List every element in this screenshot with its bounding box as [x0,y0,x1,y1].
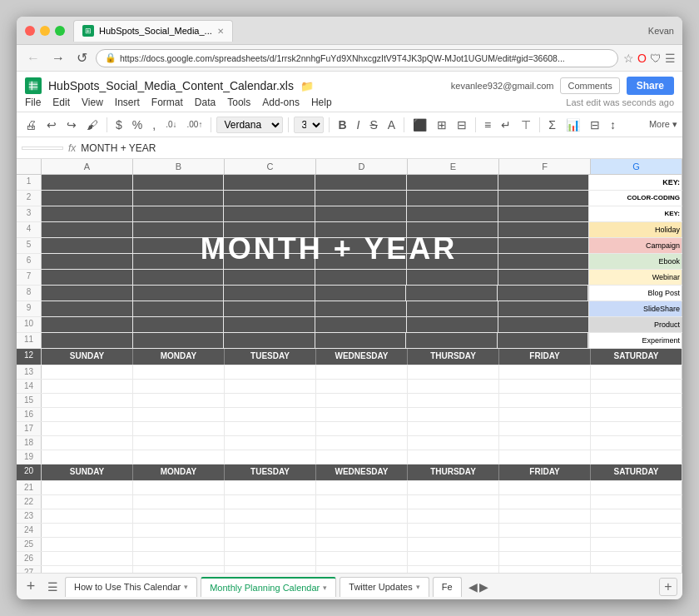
font-size-selector[interactable]: 36 [294,117,324,133]
cell-d5[interactable] [315,238,407,253]
cell-f26[interactable] [499,552,591,565]
cell-b1[interactable] [133,175,225,190]
cell-c26[interactable] [225,552,316,565]
cell-a11[interactable] [42,333,133,348]
close-button[interactable] [25,26,35,36]
star-icon[interactable]: ☆ [623,52,634,65]
highlight-button[interactable]: ⬛ [409,117,430,133]
cell-e18[interactable] [408,436,499,450]
cell-a16[interactable] [42,408,133,421]
cell-b18[interactable] [133,436,225,450]
chart-button[interactable]: 📊 [563,117,583,133]
cell-e11[interactable] [406,333,498,348]
cell-c17[interactable] [225,422,316,435]
cell-g27[interactable] [591,566,682,573]
cell-b9[interactable] [133,301,225,316]
cell-a4[interactable] [42,222,133,237]
cell-e2[interactable] [407,191,498,206]
cell-d9[interactable] [315,301,407,316]
cell-e10[interactable] [407,317,498,332]
currency-button[interactable]: $ [112,117,126,133]
italic-button[interactable]: I [354,117,364,133]
cell-f10[interactable] [498,317,590,332]
cell-e7[interactable] [407,270,498,285]
sheet-tab-twitter[interactable]: Twitter Updates ▾ [340,577,429,597]
cell-a23[interactable] [42,509,133,523]
cell-a5[interactable] [42,238,133,253]
cell-b4[interactable] [133,222,225,237]
menu-help[interactable]: Help [311,97,332,108]
cell-g25[interactable] [591,538,682,551]
cell-f22[interactable] [499,495,591,509]
cell-g19[interactable] [591,450,682,464]
share-button[interactable]: Share [627,77,674,95]
paint-button[interactable]: 🖌 [83,117,102,133]
cell-e13[interactable] [408,365,499,379]
sort-button[interactable]: ↕ [607,117,619,133]
cell-b15[interactable] [133,394,225,407]
cell-e15[interactable] [408,394,499,407]
cell-e4[interactable] [407,222,498,237]
cell-e26[interactable] [408,552,499,565]
align-v-button[interactable]: ⊤ [518,117,534,133]
cell-c24[interactable] [225,524,316,537]
cell-b10[interactable] [133,317,225,332]
decimal-dec-button[interactable]: .0↓ [162,118,180,131]
cell-f13[interactable] [499,365,591,379]
cell-c19[interactable] [225,450,316,464]
cell-g26[interactable] [591,552,682,565]
menu-file[interactable]: File [25,97,41,108]
cell-f8[interactable] [498,286,589,301]
cell-g16[interactable] [591,408,682,421]
forward-button[interactable]: → [48,49,68,67]
cell-b5[interactable] [133,238,225,253]
cell-a8[interactable] [42,286,133,301]
cell-a9[interactable] [42,301,133,316]
back-button[interactable]: ← [23,49,43,67]
add-sheet-button[interactable]: + [22,578,40,596]
cell-c22[interactable] [225,495,316,509]
cell-e9[interactable] [407,301,498,316]
cell-a2[interactable] [42,191,133,206]
strikethrough-button[interactable]: S [366,117,380,133]
cell-c18[interactable] [225,436,316,450]
cell-b8[interactable] [133,286,225,301]
cell-b11[interactable] [133,333,225,348]
menu-icon[interactable]: ☰ [665,52,676,65]
cell-e22[interactable] [408,495,499,509]
cell-c27[interactable] [225,566,316,573]
cell-d10[interactable] [315,317,407,332]
cell-f19[interactable] [499,450,591,464]
cell-e1[interactable] [407,175,498,190]
cell-d8[interactable] [315,286,407,301]
tab-close-icon[interactable]: ✕ [217,27,224,36]
cell-f24[interactable] [499,524,591,537]
tab-right-add-button[interactable]: + [659,578,677,596]
cell-b2[interactable] [133,191,225,206]
cell-c9[interactable] [224,301,315,316]
cell-d3[interactable] [315,206,407,221]
cell-b17[interactable] [133,422,225,435]
cell-c3[interactable] [224,206,315,221]
cell-e24[interactable] [408,524,499,537]
menu-format[interactable]: Format [151,97,183,108]
cell-d15[interactable] [316,394,408,407]
cell-b22[interactable] [133,495,225,509]
cell-a24[interactable] [42,524,133,537]
cell-f16[interactable] [499,408,591,421]
wrap-button[interactable]: ↵ [498,117,514,133]
cell-b13[interactable] [133,365,225,379]
cell-c16[interactable] [225,408,316,421]
minimize-button[interactable] [40,26,50,36]
cell-e14[interactable] [408,380,499,393]
cell-a21[interactable] [42,481,133,494]
cell-c14[interactable] [225,380,316,393]
cell-a1[interactable] [42,175,133,190]
cell-g13[interactable] [591,365,682,379]
cell-e3[interactable] [407,206,498,221]
cell-g10-product[interactable]: Product [589,317,682,332]
refresh-button[interactable]: ↺ [73,48,91,67]
cell-d4[interactable] [315,222,407,237]
cell-b3[interactable] [133,206,225,221]
cell-g24[interactable] [591,524,682,537]
